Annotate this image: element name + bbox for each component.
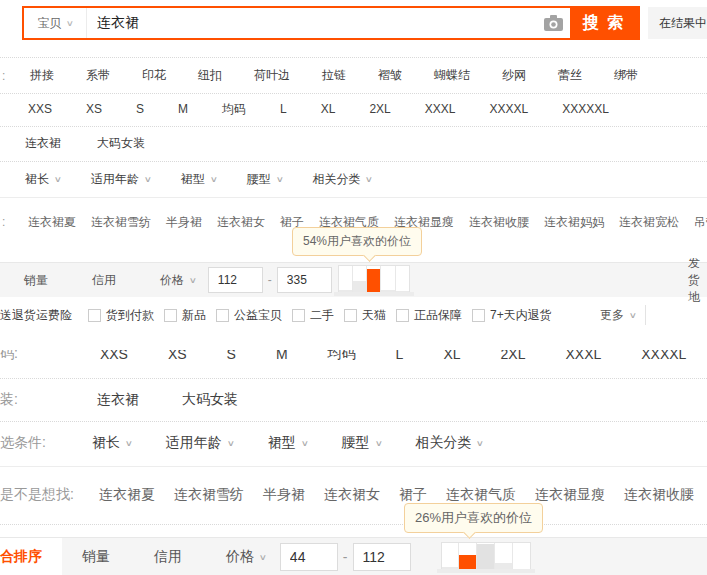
size-option[interactable]: XS: [86, 102, 102, 116]
service-checkbox[interactable]: 货到付款: [88, 307, 154, 324]
style-tag[interactable]: 蕾丝: [558, 67, 582, 84]
service-checkbox[interactable]: 新品: [164, 307, 206, 324]
histogram-bar[interactable]: [477, 543, 495, 571]
size-option[interactable]: S: [227, 350, 236, 362]
histogram-bar[interactable]: [367, 266, 381, 294]
histogram-bar-fill: [495, 563, 512, 571]
style-tag[interactable]: 绑带: [614, 67, 638, 84]
camera-icon[interactable]: [536, 8, 570, 38]
size-option[interactable]: XL: [443, 350, 460, 362]
search-in-results-button[interactable]: 在结果中: [648, 7, 707, 39]
sort-by-credit[interactable]: 信用: [154, 548, 182, 566]
style-tag[interactable]: 荷叶边: [254, 67, 290, 84]
price-min-input[interactable]: [208, 267, 263, 293]
size-option[interactable]: L: [280, 102, 287, 116]
attribute-dropdown[interactable]: 腰型: [342, 434, 382, 452]
related-search-link[interactable]: 连衣裙女: [324, 486, 380, 504]
attribute-dropdown[interactable]: 裙型: [268, 434, 308, 452]
related-search-link[interactable]: 吊带裙: [694, 214, 707, 231]
size-option[interactable]: 2XL: [369, 102, 390, 116]
category-filter-row: 连衣裙大码女装: [0, 126, 707, 162]
price-max-input[interactable]: [277, 267, 332, 293]
price-max-input[interactable]: [353, 543, 411, 571]
more-filters-button[interactable]: 更多: [600, 307, 636, 324]
sort-by-credit[interactable]: 信用: [92, 272, 116, 289]
category-option[interactable]: 连衣裙: [25, 135, 61, 152]
size-option[interactable]: XS: [168, 350, 187, 362]
histogram-bar[interactable]: [353, 266, 367, 294]
service-checkbox[interactable]: 二手: [292, 307, 334, 324]
search-button[interactable]: 搜 索: [570, 8, 638, 38]
size-option[interactable]: 均码: [222, 101, 246, 118]
related-search-link[interactable]: 裙子: [399, 486, 427, 504]
size-option[interactable]: XXXL: [425, 102, 456, 116]
size-option[interactable]: 均码: [328, 350, 356, 363]
attribute-dropdown[interactable]: 裙型: [181, 171, 217, 188]
shipping-insurance-label[interactable]: 送退货运费险: [0, 307, 72, 324]
histogram-bar[interactable]: [381, 266, 395, 294]
attribute-dropdown[interactable]: 相关分类: [312, 171, 372, 188]
related-search-link[interactable]: 连衣裙显瘦: [535, 486, 605, 504]
sort-by-sales[interactable]: 销量: [24, 272, 48, 289]
size-option[interactable]: M: [178, 102, 188, 116]
search-input[interactable]: [87, 8, 536, 38]
service-checkbox[interactable]: 7+天内退货: [472, 307, 552, 324]
related-search-link[interactable]: 连衣裙夏: [28, 214, 76, 231]
size-option[interactable]: 2XL: [501, 350, 526, 362]
attribute-dropdown[interactable]: 腰型: [247, 171, 283, 188]
size-option[interactable]: XL: [321, 102, 336, 116]
related-search-link[interactable]: 连衣裙雪纺: [174, 486, 244, 504]
service-checkbox[interactable]: 公益宝贝: [216, 307, 282, 324]
style-tag[interactable]: 蝴蝶结: [434, 67, 470, 84]
style-tag[interactable]: 纱网: [502, 67, 526, 84]
size-option[interactable]: XXXL: [565, 350, 601, 362]
related-search-link[interactable]: 连衣裙夏: [99, 486, 155, 504]
category-option[interactable]: 连衣裙: [97, 391, 139, 409]
category-option[interactable]: 大码女装: [182, 391, 238, 409]
price-min-input[interactable]: [280, 543, 338, 571]
sort-by-price[interactable]: 价格: [160, 272, 196, 289]
histogram-bar[interactable]: [442, 543, 460, 571]
related-search-link[interactable]: 半身裙: [263, 486, 305, 504]
related-search-link[interactable]: 连衣裙收腰: [624, 486, 694, 504]
style-tag[interactable]: 印花: [142, 67, 166, 84]
category-option[interactable]: 大码女装: [97, 135, 145, 152]
related-search-link[interactable]: 连衣裙收腰: [469, 214, 529, 231]
attribute-dropdown[interactable]: 相关分类: [415, 434, 483, 452]
sort-by-sales[interactable]: 销量: [82, 548, 110, 566]
related-search-link[interactable]: 连衣裙雪纺: [91, 214, 151, 231]
style-tag[interactable]: 拼接: [30, 67, 54, 84]
style-tag[interactable]: 褶皱: [378, 67, 402, 84]
size-option[interactable]: S: [136, 102, 144, 116]
size-option[interactable]: XXXXL: [489, 102, 528, 116]
related-search-link[interactable]: 连衣裙宽松: [619, 214, 679, 231]
style-tag[interactable]: 拉链: [322, 67, 346, 84]
attribute-dropdown[interactable]: 裙长: [25, 171, 61, 188]
size-option[interactable]: XXXXL: [641, 350, 686, 362]
related-search-link[interactable]: 连衣裙妈妈: [544, 214, 604, 231]
size-option[interactable]: XXXXXL: [562, 102, 609, 116]
histogram-bar-fill: [513, 569, 530, 571]
histogram-bar[interactable]: [513, 543, 530, 571]
attribute-dropdown[interactable]: 适用年龄: [91, 171, 151, 188]
sort-by-price[interactable]: 价格: [226, 548, 266, 566]
size-option[interactable]: XXS: [28, 102, 52, 116]
search-category-dropdown[interactable]: 宝贝 ∨: [24, 8, 87, 38]
related-search-link[interactable]: 连衣裙女: [217, 214, 265, 231]
attribute-dropdown[interactable]: 裙长: [92, 434, 132, 452]
histogram-bar[interactable]: [495, 543, 513, 571]
histogram-bar[interactable]: [396, 266, 409, 294]
size-option[interactable]: L: [396, 350, 404, 362]
related-search-link[interactable]: 连衣裙气质: [446, 486, 516, 504]
related-search-link[interactable]: 半身裙: [166, 214, 202, 231]
style-tag[interactable]: 纽扣: [198, 67, 222, 84]
size-option[interactable]: XXS: [100, 350, 128, 362]
sort-composite-active-tab[interactable]: 合排序: [0, 538, 62, 575]
style-tag[interactable]: 系带: [86, 67, 110, 84]
service-checkbox[interactable]: 天猫: [344, 307, 386, 324]
attribute-dropdown[interactable]: 适用年龄: [166, 434, 234, 452]
service-checkbox[interactable]: 正品保障: [396, 307, 462, 324]
histogram-bar[interactable]: [459, 543, 477, 571]
size-option[interactable]: M: [276, 350, 288, 362]
histogram-bar[interactable]: [339, 266, 353, 294]
